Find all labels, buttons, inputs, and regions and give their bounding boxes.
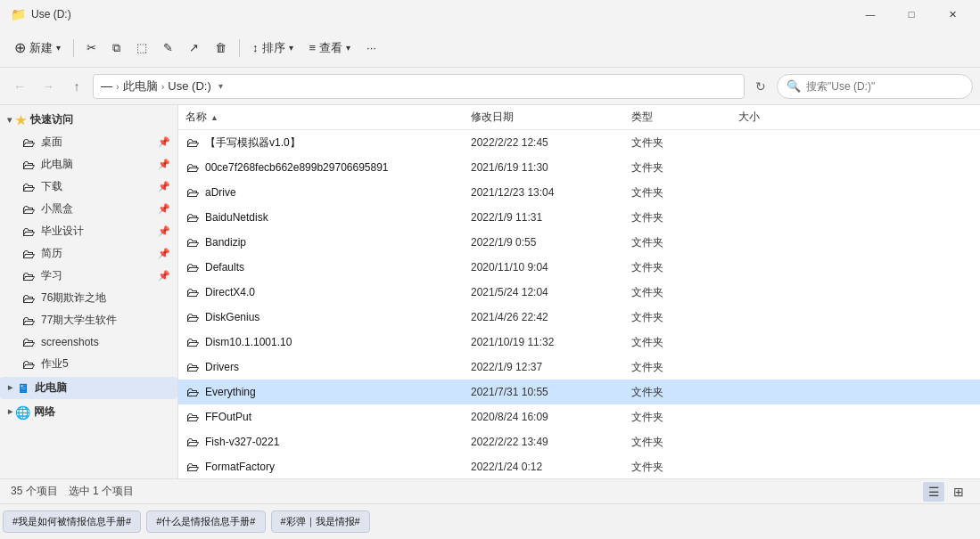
quick-access-section: ▾ ★ 快速访问 桌面 📌 此电脑 📌 下载 📌 小黑盒: [0, 109, 177, 375]
file-name: Drivers: [205, 361, 239, 373]
thispc-section: ▾ 🖥 此电脑: [0, 377, 177, 399]
cell-name: Bandizip: [185, 235, 471, 249]
taskbar-item-2-label: #什么是情报信息手册#: [156, 516, 255, 527]
sidebar-label-screenshots: screenshots: [41, 336, 170, 348]
paste-button[interactable]: ⬚: [129, 34, 154, 62]
breadcrumb-dropdown-icon[interactable]: ▾: [218, 81, 223, 91]
cell-type: 文件夹: [631, 410, 738, 425]
list-view-button[interactable]: ☰: [923, 482, 944, 502]
share-button[interactable]: ↗: [182, 34, 206, 62]
cut-button[interactable]: ✂: [79, 34, 103, 62]
sidebar-label-homework5: 作业5: [41, 356, 170, 372]
cell-type: 文件夹: [631, 160, 738, 176]
maximize-button[interactable]: □: [891, 0, 932, 29]
breadcrumb-this-pc[interactable]: 此电脑: [123, 78, 158, 94]
table-row[interactable]: Bandizip 2022/1/9 0:55 文件夹: [178, 230, 980, 255]
minimize-button[interactable]: —: [850, 0, 891, 29]
toolbar-sep-2: [239, 39, 240, 57]
desktop-pin-icon: 📌: [158, 136, 170, 148]
breadcrumb-bar[interactable]: — › 此电脑 › Use (D:) ▾: [93, 74, 745, 99]
network-section-header[interactable]: ▾ 🌐 网络: [0, 401, 177, 423]
sidebar-item-period76[interactable]: 76期欺诈之地: [0, 287, 177, 309]
sidebar-item-period77[interactable]: 77期大学生软件: [0, 309, 177, 331]
col-size-header[interactable]: 大小: [738, 110, 828, 125]
cell-date: 2022/1/9 12:37: [471, 361, 631, 373]
up-button[interactable]: ↑: [64, 74, 89, 99]
table-row[interactable]: Dism10.1.1001.10 2021/10/19 11:32 文件夹: [178, 330, 980, 355]
cell-type: 文件夹: [631, 185, 738, 200]
forward-button[interactable]: →: [36, 74, 61, 99]
sidebar-item-screenshots[interactable]: screenshots: [0, 331, 177, 353]
table-row[interactable]: BaiduNetdisk 2022/1/9 11:31 文件夹: [178, 205, 980, 230]
cell-name: Drivers: [185, 360, 471, 374]
file-header: 名称 ▲ 修改日期 类型 大小: [178, 105, 980, 130]
desktop-folder-icon: [21, 135, 36, 150]
sidebar-item-thispc[interactable]: 此电脑 📌: [0, 153, 177, 176]
cell-date: 2021/5/24 12:04: [471, 286, 631, 298]
taskbar-item-2[interactable]: #什么是情报信息手册#: [146, 510, 265, 533]
table-row[interactable]: 【手写模拟器v1.0】 2022/2/22 12:45 文件夹: [178, 130, 980, 155]
thispc-icon: 🖥: [17, 381, 29, 396]
homework5-folder-icon: [21, 357, 36, 372]
sidebar-item-blackbox[interactable]: 小黑盒 📌: [0, 198, 177, 220]
sidebar-item-downloads[interactable]: 下载 📌: [0, 176, 177, 198]
cell-date: 2022/1/24 0:12: [471, 461, 631, 473]
folder-icon: [185, 385, 200, 399]
delete-button[interactable]: 🗑: [208, 34, 234, 62]
table-row[interactable]: FormatFactory 2022/1/24 0:12 文件夹: [178, 454, 980, 478]
file-name: Everything: [205, 386, 256, 398]
sort-button[interactable]: ↕ 排序 ▾: [245, 34, 301, 62]
thispc-section-label: 此电脑: [35, 380, 67, 396]
sort-icon: ↕: [252, 41, 259, 54]
col-type-header[interactable]: 类型: [631, 110, 738, 125]
col-name-header[interactable]: 名称 ▲: [185, 110, 471, 125]
table-row[interactable]: DirectX4.0 2021/5/24 12:04 文件夹: [178, 280, 980, 305]
table-row[interactable]: FFOutPut 2020/8/24 16:09 文件夹: [178, 404, 980, 429]
thesis-pin-icon: 📌: [158, 225, 170, 237]
paste-icon: ⬚: [136, 41, 147, 54]
taskbar-item-1[interactable]: #我是如何被情报信息手册#: [3, 510, 141, 533]
col-size-label: 大小: [738, 110, 760, 123]
new-button[interactable]: ⊕ 新建 ▾: [7, 34, 68, 62]
blackbox-folder-icon: [21, 202, 36, 216]
copy-button[interactable]: ⧉: [105, 34, 128, 62]
quick-access-header[interactable]: ▾ ★ 快速访问: [0, 109, 177, 131]
taskbar-item-3[interactable]: #彩弹｜我是情报#: [271, 510, 370, 533]
table-row[interactable]: Drivers 2022/1/9 12:37 文件夹: [178, 355, 980, 380]
sidebar-item-homework5[interactable]: 作业5: [0, 353, 177, 375]
view-button[interactable]: ≡ 查看 ▾: [302, 34, 358, 62]
breadcrumb-sep-1: ›: [116, 81, 119, 92]
downloads-pin-icon: 📌: [158, 181, 170, 192]
cell-type: 文件夹: [631, 235, 738, 250]
address-bar: ← → ↑ — › 此电脑 › Use (D:) ▾ ↻ 🔍: [0, 68, 980, 105]
sidebar-item-resume[interactable]: 简历 📌: [0, 242, 177, 265]
table-row[interactable]: aDrive 2021/12/23 13:04 文件夹: [178, 180, 980, 205]
cell-name: DiskGenius: [185, 310, 471, 324]
sidebar-item-thesis[interactable]: 毕业设计 📌: [0, 220, 177, 242]
search-input[interactable]: [806, 80, 963, 93]
cell-date: 2021/6/19 11:30: [471, 161, 631, 174]
table-row[interactable]: 00ce7f268fecb662e899b29706695891 2021/6/…: [178, 155, 980, 180]
more-button[interactable]: ···: [359, 34, 383, 62]
rename-button[interactable]: ✎: [156, 34, 180, 62]
folder-icon: [185, 160, 200, 175]
table-row[interactable]: Defaults 2020/11/10 9:04 文件夹: [178, 255, 980, 280]
grid-view-button[interactable]: ⊞: [948, 482, 969, 502]
close-button[interactable]: ✕: [932, 0, 973, 29]
sidebar-label-thispc: 此电脑: [41, 157, 152, 172]
refresh-button[interactable]: ↻: [748, 74, 773, 99]
table-row[interactable]: Everything 2021/7/31 10:55 文件夹: [178, 380, 980, 404]
col-name-label: 名称: [185, 110, 207, 125]
breadcrumb-drive[interactable]: Use (D:): [168, 79, 210, 93]
sidebar-item-study[interactable]: 学习 📌: [0, 265, 177, 287]
sidebar-item-desktop[interactable]: 桌面 📌: [0, 131, 177, 153]
table-row[interactable]: DiskGenius 2021/4/26 22:42 文件夹: [178, 305, 980, 330]
search-bar[interactable]: 🔍: [777, 74, 973, 99]
thispc-section-header[interactable]: ▾ 🖥 此电脑: [0, 377, 177, 399]
table-row[interactable]: Fish-v327-0221 2022/2/22 13:49 文件夹: [178, 429, 980, 454]
file-name: BaiduNetdisk: [205, 211, 268, 224]
folder-icon: [185, 410, 200, 424]
folder-icon: [185, 360, 200, 374]
back-button[interactable]: ←: [7, 74, 32, 99]
col-date-header[interactable]: 修改日期: [471, 110, 631, 125]
